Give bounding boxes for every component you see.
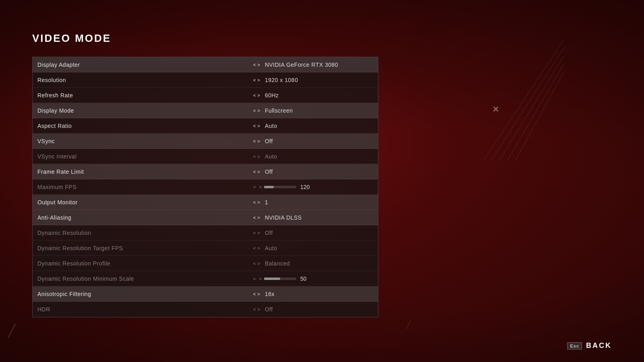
label-display-mode: Display Mode xyxy=(37,107,252,114)
arrow-left-vsync[interactable]: < xyxy=(252,139,256,144)
control-output-monitor[interactable]: <>1 xyxy=(252,199,373,206)
slider-maximum-fps[interactable]: 120 xyxy=(264,184,312,190)
arrows-display-mode[interactable]: <> xyxy=(252,108,261,113)
arrow-left-refresh-rate[interactable]: < xyxy=(252,93,256,98)
arrows-anti-aliasing[interactable]: <> xyxy=(252,215,261,220)
control-maximum-fps[interactable]: <>120 xyxy=(252,184,373,190)
back-button[interactable]: Esc BACK xyxy=(567,341,612,350)
control-dynamic-resolution-profile[interactable]: <>Balanced xyxy=(252,260,373,267)
arrows-dynamic-resolution-target-fps[interactable]: <> xyxy=(252,246,261,251)
arrow-left-frame-rate-limit[interactable]: < xyxy=(252,169,256,174)
settings-row-dynamic-resolution[interactable]: Dynamic Resolution<>Off xyxy=(33,225,378,241)
settings-row-vsync-interval[interactable]: VSync Interval<>Auto xyxy=(33,149,378,164)
control-dynamic-resolution[interactable]: <>Off xyxy=(252,230,373,236)
deco-bottom-left: ╱ xyxy=(8,324,15,338)
arrow-left-maximum-fps[interactable]: < xyxy=(252,185,256,189)
esc-key: Esc xyxy=(567,342,582,350)
arrows-aspect-ratio[interactable]: <> xyxy=(252,123,261,128)
arrow-right-frame-rate-limit[interactable]: > xyxy=(256,169,260,174)
label-anti-aliasing: Anti-Aliasing xyxy=(37,214,252,221)
settings-row-frame-rate-limit[interactable]: Frame Rate Limit<>Off xyxy=(33,164,378,179)
arrow-right-output-monitor[interactable]: > xyxy=(256,200,260,205)
control-display-mode[interactable]: <>Fullscreen xyxy=(252,107,373,114)
control-aspect-ratio[interactable]: <>Auto xyxy=(252,123,373,129)
value-frame-rate-limit: Off xyxy=(265,169,273,175)
settings-row-aspect-ratio[interactable]: Aspect Ratio<>Auto xyxy=(33,118,378,134)
arrow-left-vsync-interval[interactable]: < xyxy=(252,154,256,159)
settings-row-display-mode[interactable]: Display Mode<>Fullscreen xyxy=(33,103,378,118)
value-aspect-ratio: Auto xyxy=(265,123,277,129)
arrow-left-dynamic-resolution[interactable]: < xyxy=(252,230,256,235)
back-label: BACK xyxy=(586,341,612,350)
value-dynamic-resolution: Off xyxy=(265,230,273,236)
slider-fill-maximum-fps xyxy=(264,186,274,188)
deco-bottom-right: ╱ xyxy=(406,320,411,330)
arrows-frame-rate-limit[interactable]: <> xyxy=(252,169,261,174)
arrow-left-display-mode[interactable]: < xyxy=(252,108,256,113)
arrow-left-dynamic-resolution-target-fps[interactable]: < xyxy=(252,246,256,251)
arrow-right-display-mode[interactable]: > xyxy=(256,108,260,113)
control-frame-rate-limit[interactable]: <>Off xyxy=(252,169,373,175)
control-hdr[interactable]: <>Off xyxy=(252,306,373,313)
arrow-left-anti-aliasing[interactable]: < xyxy=(252,215,256,220)
arrow-right-dynamic-resolution[interactable]: > xyxy=(256,230,260,235)
arrow-right-anti-aliasing[interactable]: > xyxy=(256,215,260,220)
settings-row-anti-aliasing[interactable]: Anti-Aliasing<>NVIDIA DLSS xyxy=(33,210,378,225)
arrow-left-dynamic-resolution-minimum-scale[interactable]: < xyxy=(252,276,256,281)
settings-row-resolution[interactable]: Resolution<>1920 x 1080 xyxy=(33,72,378,88)
arrows-output-monitor[interactable]: <> xyxy=(252,200,261,205)
arrow-right-dynamic-resolution-profile[interactable]: > xyxy=(256,261,260,266)
arrows-dynamic-resolution[interactable]: <> xyxy=(252,230,261,235)
arrows-refresh-rate[interactable]: <> xyxy=(252,93,261,98)
control-vsync-interval[interactable]: <>Auto xyxy=(252,153,373,160)
control-dynamic-resolution-target-fps[interactable]: <>Auto xyxy=(252,245,373,251)
settings-panel: Display Adapter<>NVIDIA GeForce RTX 3080… xyxy=(32,57,378,317)
arrow-right-vsync[interactable]: > xyxy=(256,139,260,144)
label-dynamic-resolution-profile: Dynamic Resolution Profile xyxy=(37,260,252,267)
arrow-right-aspect-ratio[interactable]: > xyxy=(256,123,260,128)
arrow-right-hdr[interactable]: > xyxy=(256,307,260,312)
settings-row-vsync[interactable]: VSync<>Off xyxy=(33,134,378,149)
control-anisotropic-filtering[interactable]: <>16x xyxy=(252,291,373,297)
slider-dynamic-resolution-minimum-scale[interactable]: 50 xyxy=(264,276,312,282)
arrow-right-refresh-rate[interactable]: > xyxy=(256,93,260,98)
arrow-left-display-adapter[interactable]: < xyxy=(252,62,256,67)
control-dynamic-resolution-minimum-scale[interactable]: <>50 xyxy=(252,276,373,282)
arrow-right-display-adapter[interactable]: > xyxy=(256,62,260,67)
control-anti-aliasing[interactable]: <>NVIDIA DLSS xyxy=(252,214,373,221)
arrow-left-anisotropic-filtering[interactable]: < xyxy=(252,292,256,296)
settings-row-dynamic-resolution-target-fps[interactable]: Dynamic Resolution Target FPS<>Auto xyxy=(33,241,378,256)
arrow-right-anisotropic-filtering[interactable]: > xyxy=(256,292,260,296)
arrows-hdr[interactable]: <> xyxy=(252,307,261,312)
arrow-left-aspect-ratio[interactable]: < xyxy=(252,123,256,128)
slider-value-maximum-fps: 120 xyxy=(300,184,312,190)
arrows-anisotropic-filtering[interactable]: <> xyxy=(252,292,261,296)
settings-row-maximum-fps[interactable]: Maximum FPS<>120 xyxy=(33,179,378,195)
arrow-right-resolution[interactable]: > xyxy=(256,78,260,82)
arrow-left-output-monitor[interactable]: < xyxy=(252,200,256,205)
control-resolution[interactable]: <>1920 x 1080 xyxy=(252,77,373,83)
arrows-resolution[interactable]: <> xyxy=(252,78,261,82)
settings-row-display-adapter[interactable]: Display Adapter<>NVIDIA GeForce RTX 3080 xyxy=(33,57,378,72)
arrows-dynamic-resolution-profile[interactable]: <> xyxy=(252,261,261,266)
arrow-right-dynamic-resolution-target-fps[interactable]: > xyxy=(256,246,260,251)
arrows-vsync-interval[interactable]: <> xyxy=(252,154,261,159)
control-display-adapter[interactable]: <>NVIDIA GeForce RTX 3080 xyxy=(252,62,373,68)
arrow-right-dynamic-resolution-minimum-scale[interactable]: > xyxy=(258,276,262,281)
settings-row-dynamic-resolution-minimum-scale[interactable]: Dynamic Resolution Minimum Scale<>50 xyxy=(33,271,378,286)
settings-row-hdr[interactable]: HDR<>Off xyxy=(33,302,378,317)
arrows-vsync[interactable]: <> xyxy=(252,139,261,144)
arrow-left-hdr[interactable]: < xyxy=(252,307,256,312)
arrow-right-maximum-fps[interactable]: > xyxy=(258,185,262,189)
arrows-display-adapter[interactable]: <> xyxy=(252,62,261,67)
settings-row-anisotropic-filtering[interactable]: Anisotropic Filtering<>16x xyxy=(33,286,378,302)
slider-bar-maximum-fps xyxy=(264,186,296,188)
settings-row-output-monitor[interactable]: Output Monitor<>1 xyxy=(33,195,378,210)
settings-row-refresh-rate[interactable]: Refresh Rate<>60Hz xyxy=(33,88,378,103)
control-refresh-rate[interactable]: <>60Hz xyxy=(252,92,373,99)
control-vsync[interactable]: <>Off xyxy=(252,138,373,144)
arrow-left-resolution[interactable]: < xyxy=(252,78,256,82)
arrow-right-vsync-interval[interactable]: > xyxy=(256,154,260,159)
arrow-left-dynamic-resolution-profile[interactable]: < xyxy=(252,261,256,266)
settings-row-dynamic-resolution-profile[interactable]: Dynamic Resolution Profile<>Balanced xyxy=(33,256,378,271)
